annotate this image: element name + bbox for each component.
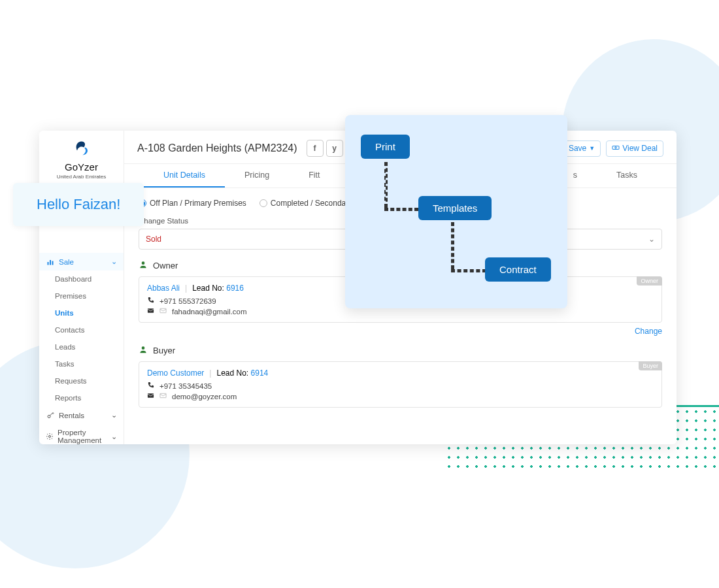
sidebar-item-premises[interactable]: Premises: [39, 287, 124, 304]
status-value: Sold: [146, 235, 161, 244]
svg-rect-11: [148, 393, 154, 397]
svg-rect-8: [148, 308, 154, 312]
buyer-badge: Buyer: [639, 361, 662, 370]
twitter-button[interactable]: y: [326, 140, 343, 157]
sidebar-item-tasks[interactable]: Tasks: [39, 355, 124, 372]
save-button-label: Save: [569, 144, 586, 153]
buyer-section-label: Buyer: [153, 346, 175, 355]
tab-tasks[interactable]: Tasks: [597, 164, 657, 188]
sidebar-item-requests[interactable]: Requests: [39, 372, 124, 389]
buyer-phone-row: +971 35345435: [147, 382, 654, 390]
nav-item-label: Property Management: [58, 429, 107, 444]
brand-name: GoYzer: [42, 161, 121, 172]
facebook-button[interactable]: f: [307, 140, 324, 157]
flow-overlay-panel: Print Templates Contract: [345, 115, 567, 308]
flow-connector: [384, 162, 388, 208]
svg-rect-0: [48, 262, 49, 265]
view-deal-button[interactable]: View Deal: [606, 140, 663, 157]
brand-region: United Arab Emirates: [42, 174, 121, 180]
lead-no-label: Lead No:: [216, 368, 248, 378]
flow-connector: [451, 269, 486, 272]
owner-badge: Owner: [637, 276, 662, 286]
change-owner-link[interactable]: Change: [139, 327, 662, 336]
sidebar-item-leads[interactable]: Leads: [39, 338, 124, 355]
radio-label: Off Plan / Primary Premises: [150, 199, 246, 208]
envelope-icon: [147, 392, 154, 400]
buyer-name-link[interactable]: Demo Customer: [147, 368, 204, 378]
money-icon: [612, 144, 620, 154]
tab-unit-details[interactable]: Unit Details: [144, 164, 225, 188]
sidebar-item-units[interactable]: Units: [39, 304, 124, 321]
svg-point-10: [142, 346, 145, 350]
svg-point-3: [48, 415, 50, 417]
key-icon: [46, 412, 55, 419]
divider: |: [209, 368, 211, 378]
nav-item-rentals[interactable]: Rentals ⌄: [39, 406, 124, 424]
nav-item-label: Sale: [59, 258, 74, 266]
flow-connector: [384, 208, 418, 211]
chevron-down-icon: ⌄: [111, 257, 117, 266]
envelope-outline-icon: [159, 392, 167, 400]
flow-node-print: Print: [361, 135, 410, 159]
gear-icon: [46, 433, 54, 440]
logo-swirl-icon: [73, 139, 91, 157]
buyer-lead-no-link[interactable]: 6914: [251, 368, 269, 378]
envelope-outline-icon: [159, 307, 167, 316]
buyer-card: Buyer Demo Customer | Lead No: 6914 +971…: [139, 361, 662, 408]
flow-node-templates: Templates: [418, 196, 492, 220]
chart-icon: [46, 258, 55, 266]
owner-email: fahadnaqi@gmail.com: [172, 308, 247, 316]
radio-off-icon: [259, 199, 267, 207]
flow-connector: [451, 222, 454, 269]
nav-section: Sale ⌄ Dashboard Premises Units Contacts…: [39, 253, 124, 449]
owner-section-label: Owner: [153, 261, 178, 270]
sidebar-item-reports[interactable]: Reports: [39, 389, 124, 406]
page-title: A-108 Garden Heights (APM2324): [137, 142, 297, 154]
phone-icon: [147, 382, 154, 390]
svg-point-4: [49, 436, 51, 438]
buyer-email-row: demo@goyzer.com: [147, 392, 654, 400]
brand-logo: GoYzer United Arab Emirates: [39, 134, 124, 188]
svg-rect-2: [52, 261, 54, 265]
phone-icon: [147, 297, 154, 305]
nav-item-label: Rentals: [59, 412, 84, 419]
tab-pricing[interactable]: Pricing: [225, 164, 289, 188]
owner-lead-no-link[interactable]: 6916: [226, 284, 244, 293]
person-icon: [139, 345, 148, 356]
radio-off-plan[interactable]: Off Plan / Primary Premises: [139, 199, 246, 208]
greeting-chip: Hello Faizan!: [13, 183, 144, 226]
buyer-name-row: Demo Customer | Lead No: 6914: [147, 368, 654, 378]
sidebar-item-dashboard[interactable]: Dashboard: [39, 270, 124, 287]
sidebar-item-contacts[interactable]: Contacts: [39, 321, 124, 338]
view-deal-button-label: View Deal: [622, 144, 658, 153]
person-icon: [139, 260, 148, 271]
buyer-section-title: Buyer: [139, 345, 662, 356]
svg-point-7: [142, 261, 145, 265]
lead-no-label: Lead No:: [192, 284, 224, 293]
flow-node-contract: Contract: [485, 257, 551, 282]
tab-fittings[interactable]: Fitt: [289, 164, 339, 188]
buyer-phone: +971 35345435: [159, 382, 212, 390]
sidebar: GoYzer United Arab Emirates Sale ⌄ Dashb…: [39, 131, 124, 444]
chevron-down-icon: ⌄: [648, 235, 655, 244]
nav-item-sale[interactable]: Sale ⌄: [39, 253, 124, 270]
owner-phone: +971 555372639: [159, 297, 216, 305]
nav-item-property-management[interactable]: Property Management ⌄: [39, 424, 124, 449]
envelope-icon: [147, 307, 154, 316]
svg-rect-1: [50, 260, 51, 265]
owner-name-link[interactable]: Abbas Ali: [147, 284, 180, 293]
divider: |: [185, 284, 187, 293]
chevron-down-icon: ⌄: [111, 411, 117, 419]
svg-point-6: [615, 146, 617, 148]
chevron-down-icon: ⌄: [111, 433, 117, 441]
chevron-down-icon: ▼: [589, 145, 595, 152]
buyer-email: demo@goyzer.com: [172, 393, 237, 400]
